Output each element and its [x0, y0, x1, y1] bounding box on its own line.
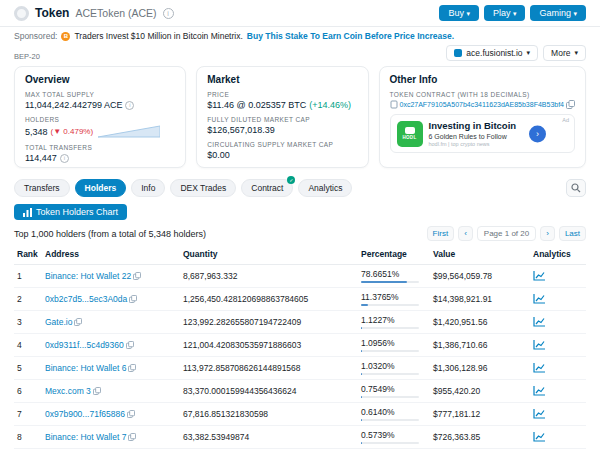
table-row: 8Binance: Hot Wallet 763,382.539498740.5… [14, 426, 586, 449]
address-link[interactable]: 0xd9311f...5c4d9360 [45, 340, 124, 350]
info-icon[interactable]: i [60, 154, 69, 163]
tab-transfers[interactable]: Transfers [14, 179, 70, 197]
copy-icon[interactable] [131, 271, 141, 281]
copy-icon[interactable] [127, 294, 137, 304]
pagination-next[interactable]: › [540, 226, 555, 241]
play-button[interactable]: Play ▾ [484, 5, 526, 21]
chevron-down-icon: ▾ [574, 49, 578, 57]
copy-icon[interactable] [72, 317, 82, 327]
circ-cap-value: $0.00 [207, 150, 230, 160]
percentage-cell: 0.5210% [358, 449, 430, 452]
value-cell: $14,398,921.91 [430, 288, 530, 311]
percentage-cell: 0.5739% [358, 426, 430, 449]
holders-table: Rank Address Quantity Percentage Value A… [14, 244, 586, 452]
contract-label: TOKEN CONTRACT (WITH 18 DECIMALS) [390, 91, 576, 98]
header-buttons: Buy ▾Play ▾Gaming ▾ [439, 5, 586, 21]
chevron-down-icon: ▾ [466, 10, 470, 17]
other-info-title: Other Info [390, 74, 576, 85]
quantity-cell: 121,004.420830535971886603 [180, 334, 358, 357]
address-link[interactable]: Binance: Hot Wallet 6 [45, 363, 126, 373]
search-button[interactable] [566, 179, 586, 197]
quantity-cell: 63,382.53949874 [180, 426, 358, 449]
token-holders-chart-button[interactable]: Token Holders Chart [14, 204, 127, 220]
percentage-bar [361, 442, 419, 444]
buy-button[interactable]: Buy ▾ [439, 5, 479, 21]
info-icon[interactable]: i [125, 101, 134, 110]
address-cell: 0xd9311f...5c4d9360 [42, 334, 180, 357]
table-row: 3Gate.io123,992.2826558071947224091.1227… [14, 311, 586, 334]
percentage-bar [361, 350, 419, 352]
table-row: 70x97b900...71f6588667,816.8513218305980… [14, 403, 586, 426]
address-link[interactable]: 0x97b900...71f65886 [45, 409, 125, 419]
pagination-first[interactable]: First [427, 226, 455, 241]
analytics-cell [530, 403, 586, 426]
address-link[interactable]: Gate.io [45, 317, 72, 327]
analytics-chart-icon[interactable] [533, 431, 546, 444]
copy-icon[interactable] [126, 432, 136, 442]
more-button[interactable]: More ▾ [543, 45, 586, 61]
header-rank: Rank [14, 244, 42, 265]
value-cell: $1,386,710.66 [430, 334, 530, 357]
chevron-down-icon: ▾ [527, 49, 531, 57]
table-row: 90xd422a1...6722156857,541.628857490.521… [14, 449, 586, 452]
table-row: 6Mexc.com 383,370.0001599443564366240.75… [14, 380, 586, 403]
header-address: Address [42, 244, 180, 265]
analytics-chart-icon[interactable] [533, 385, 546, 398]
search-icon [571, 183, 581, 193]
header-percentage: Percentage [358, 244, 430, 265]
value-cell: $99,564,059.78 [430, 265, 530, 288]
copy-icon[interactable] [566, 100, 575, 109]
holders-sparkline [98, 125, 160, 138]
ad-banner[interactable]: Ad HODL Investing in Bitcoin 6 Golden Ru… [390, 114, 576, 153]
percentage-value: 78.6651% [361, 269, 399, 279]
overview-card: Overview MAX TOTAL SUPPLY 11,044,242.442… [14, 66, 186, 168]
percentage-value: 0.7549% [361, 384, 395, 394]
token-logo [14, 6, 29, 21]
tab-holders[interactable]: Holders [75, 179, 127, 197]
percentage-bar [361, 419, 419, 421]
analytics-cell [530, 265, 586, 288]
pagination-last[interactable]: Last [559, 226, 586, 241]
official-site-button[interactable]: ace.fusionist.io ▾ [446, 45, 538, 61]
copy-icon[interactable] [124, 340, 134, 350]
quantity-cell: 57,541.62885749 [180, 449, 358, 452]
contract-address-link[interactable]: 0xc27AF79105A507b4c3411623dAE85b38F4B53b… [400, 101, 565, 108]
copy-icon[interactable] [125, 409, 135, 419]
address-link[interactable]: 0xb2c7d5...5ec3A0da [45, 294, 127, 304]
tab-dex-trades[interactable]: DEX Trades [170, 179, 236, 197]
tab-contract[interactable]: Contract✓ [241, 179, 293, 197]
ad-next-button[interactable]: › [529, 125, 546, 142]
percentage-cell: 0.6140% [358, 403, 430, 426]
tab-bar: TransfersHoldersInfoDEX TradesContract✓A… [0, 174, 600, 202]
tab-info[interactable]: Info [131, 179, 165, 197]
analytics-chart-icon[interactable] [533, 408, 546, 421]
analytics-cell [530, 334, 586, 357]
holders-summary: Top 1,000 holders (from a total of 5,348… [14, 229, 206, 239]
rank-cell: 4 [14, 334, 42, 357]
pagination-prev[interactable]: ‹ [458, 226, 473, 241]
tab-analytics[interactable]: Analytics [298, 179, 352, 197]
token-info-icon[interactable]: i [163, 8, 174, 19]
percentage-value: 11.3765% [361, 292, 399, 302]
chart-button-row: Token Holders Chart [0, 202, 600, 224]
ad-url: hodl.fm | top crypto news [429, 141, 517, 147]
sponsored-link[interactable]: Buy This Stake To Earn Coin Before Price… [247, 31, 454, 41]
toolbar-row: BEP-20 ace.fusionist.io ▾ More ▾ [0, 44, 600, 63]
pagination-label: Page 1 of 20 [477, 226, 536, 241]
analytics-chart-icon[interactable] [533, 316, 546, 329]
token-name: ACEToken (ACE) [75, 7, 156, 19]
analytics-chart-icon[interactable] [533, 270, 546, 283]
address-link[interactable]: Mexc.com 3 [45, 386, 91, 396]
analytics-chart-icon[interactable] [533, 339, 546, 352]
price-label: PRICE [207, 91, 357, 98]
chevron-down-icon: ▾ [513, 10, 517, 17]
address-link[interactable]: Binance: Hot Wallet 22 [45, 271, 131, 281]
gaming-button[interactable]: Gaming ▾ [530, 5, 586, 21]
address-link[interactable]: Binance: Hot Wallet 7 [45, 432, 126, 442]
quantity-cell: 1,256,450.428120698863784605 [180, 288, 358, 311]
analytics-chart-icon[interactable] [533, 362, 546, 375]
analytics-chart-icon[interactable] [533, 293, 546, 306]
pagination: First ‹ Page 1 of 20 › Last [427, 226, 586, 241]
copy-icon[interactable] [126, 363, 136, 373]
copy-icon[interactable] [91, 386, 101, 396]
